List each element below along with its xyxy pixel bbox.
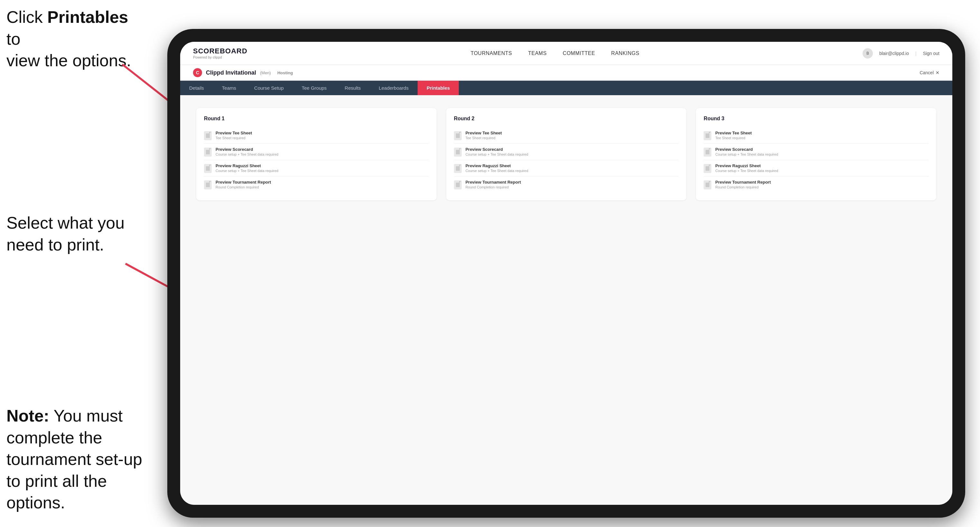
document-icon — [204, 148, 212, 157]
round-3-item-1[interactable]: Preview Tee SheetTee Sheet required — [704, 127, 929, 144]
round-2-item-2[interactable]: Preview ScorecardCourse setup + Tee Shee… — [454, 144, 679, 160]
round-2-item-4-subtitle: Round Completion required — [466, 185, 521, 189]
document-icon — [704, 148, 711, 157]
round-2-item-1[interactable]: Preview Tee SheetTee Sheet required — [454, 127, 679, 144]
user-email: blair@clippd.io — [879, 51, 909, 56]
tournament-badge: (Men) — [260, 70, 271, 75]
tab-details[interactable]: Details — [180, 81, 213, 95]
round-3-title: Round 3 — [704, 116, 929, 122]
brand-subtitle: Powered by clippd — [193, 55, 247, 59]
round-1-item-2-text: Preview ScorecardCourse setup + Tee Shee… — [216, 147, 278, 156]
round-2-item-4-title: Preview Tournament Report — [466, 180, 521, 184]
tournament-bar: C Clippd Invitational (Men) Hosting Canc… — [180, 65, 952, 81]
close-icon: ✕ — [935, 70, 939, 75]
round-1-item-3-text: Preview Raguzzi SheetCourse setup + Tee … — [216, 163, 278, 173]
round-1-item-4-title: Preview Tournament Report — [216, 180, 271, 184]
tab-course-setup[interactable]: Course Setup — [245, 81, 293, 95]
tab-results[interactable]: Results — [336, 81, 370, 95]
separator: | — [915, 51, 916, 56]
rounds-grid: Round 1Preview Tee SheetTee Sheet requir… — [196, 108, 936, 200]
round-3-item-1-text: Preview Tee SheetTee Sheet required — [715, 130, 752, 140]
tab-leaderboards[interactable]: Leaderboards — [370, 81, 418, 95]
user-avatar: B — [862, 48, 873, 59]
document-icon — [704, 131, 711, 140]
round-2-item-2-subtitle: Course setup + Tee Sheet data required — [466, 152, 528, 156]
round-1-item-4[interactable]: Preview Tournament ReportRound Completio… — [204, 176, 429, 193]
sub-navigation: Details Teams Course Setup Tee Groups Re… — [180, 81, 952, 95]
tournament-hosting: Hosting — [277, 70, 293, 75]
round-3-item-1-title: Preview Tee Sheet — [715, 130, 752, 135]
round-1-item-3[interactable]: Preview Raguzzi SheetCourse setup + Tee … — [204, 160, 429, 176]
round-1-item-2-title: Preview Scorecard — [216, 147, 278, 152]
brand-title: SCOREBOARD — [193, 47, 247, 55]
round-2-item-4-text: Preview Tournament ReportRound Completio… — [466, 180, 521, 189]
brand-logo: SCOREBOARD Powered by clippd — [193, 47, 247, 59]
round-1-item-2-subtitle: Course setup + Tee Sheet data required — [216, 152, 278, 156]
round-2-item-3-title: Preview Raguzzi Sheet — [466, 163, 528, 168]
tablet-device: SCOREBOARD Powered by clippd TOURNAMENTS… — [167, 29, 965, 517]
round-2-section: Round 2Preview Tee SheetTee Sheet requir… — [446, 108, 687, 200]
round-3-item-2-text: Preview ScorecardCourse setup + Tee Shee… — [715, 147, 778, 156]
round-1-title: Round 1 — [204, 116, 429, 122]
round-2-item-1-subtitle: Tee Sheet required — [466, 136, 502, 140]
tab-printables[interactable]: Printables — [418, 81, 459, 95]
round-1-item-3-subtitle: Course setup + Tee Sheet data required — [216, 169, 278, 173]
document-icon — [454, 131, 462, 140]
cancel-button[interactable]: Cancel ✕ — [920, 70, 939, 75]
round-3-item-4[interactable]: Preview Tournament ReportRound Completio… — [704, 176, 929, 193]
round-3-item-3[interactable]: Preview Raguzzi SheetCourse setup + Tee … — [704, 160, 929, 176]
round-3-item-4-title: Preview Tournament Report — [715, 180, 770, 184]
nav-teams[interactable]: TEAMS — [528, 51, 547, 56]
round-2-item-3-text: Preview Raguzzi SheetCourse setup + Tee … — [466, 163, 528, 173]
round-3-item-2-title: Preview Scorecard — [715, 147, 778, 152]
round-3-item-1-subtitle: Tee Sheet required — [715, 136, 752, 140]
nav-rankings[interactable]: RANKINGS — [611, 51, 640, 56]
round-1-item-1-subtitle: Tee Sheet required — [216, 136, 252, 140]
document-icon — [704, 180, 711, 189]
round-2-item-4[interactable]: Preview Tournament ReportRound Completio… — [454, 176, 679, 193]
round-2-title: Round 2 — [454, 116, 679, 122]
tournament-title: Clippd Invitational — [206, 70, 256, 76]
tab-tee-groups[interactable]: Tee Groups — [293, 81, 336, 95]
document-icon — [204, 131, 212, 140]
main-navigation: TOURNAMENTS TEAMS COMMITTEE RANKINGS — [471, 51, 639, 56]
round-2-item-2-title: Preview Scorecard — [466, 147, 528, 152]
round-3-item-3-title: Preview Raguzzi Sheet — [715, 163, 778, 168]
round-1-item-1[interactable]: Preview Tee SheetTee Sheet required — [204, 127, 429, 144]
document-icon — [204, 164, 212, 173]
tournament-name-section: C Clippd Invitational (Men) Hosting — [193, 68, 293, 77]
document-icon — [704, 164, 711, 173]
top-navigation: SCOREBOARD Powered by clippd TOURNAMENTS… — [180, 42, 952, 65]
tournament-logo: C — [193, 68, 202, 77]
round-3-item-4-text: Preview Tournament ReportRound Completio… — [715, 180, 770, 189]
round-1-item-4-subtitle: Round Completion required — [216, 185, 271, 189]
round-2-item-3[interactable]: Preview Raguzzi SheetCourse setup + Tee … — [454, 160, 679, 176]
round-1-section: Round 1Preview Tee SheetTee Sheet requir… — [196, 108, 437, 200]
round-2-item-3-subtitle: Course setup + Tee Sheet data required — [466, 169, 528, 173]
nav-committee[interactable]: COMMITTEE — [563, 51, 595, 56]
nav-tournaments[interactable]: TOURNAMENTS — [471, 51, 512, 56]
document-icon — [454, 164, 462, 173]
document-icon — [204, 180, 212, 189]
tab-teams[interactable]: Teams — [213, 81, 245, 95]
document-icon — [454, 148, 462, 157]
round-2-item-1-text: Preview Tee SheetTee Sheet required — [466, 130, 502, 140]
round-1-item-1-text: Preview Tee SheetTee Sheet required — [216, 130, 252, 140]
main-content: Round 1Preview Tee SheetTee Sheet requir… — [180, 95, 952, 505]
round-2-item-1-title: Preview Tee Sheet — [466, 130, 502, 135]
round-3-item-3-subtitle: Course setup + Tee Sheet data required — [715, 169, 778, 173]
round-1-item-4-text: Preview Tournament ReportRound Completio… — [216, 180, 271, 189]
document-icon — [454, 180, 462, 189]
round-3-item-2[interactable]: Preview ScorecardCourse setup + Tee Shee… — [704, 144, 929, 160]
round-3-item-4-subtitle: Round Completion required — [715, 185, 770, 189]
round-3-item-3-text: Preview Raguzzi SheetCourse setup + Tee … — [715, 163, 778, 173]
sign-out-link[interactable]: Sign out — [923, 51, 939, 56]
round-1-item-2[interactable]: Preview ScorecardCourse setup + Tee Shee… — [204, 144, 429, 160]
round-1-item-3-title: Preview Raguzzi Sheet — [216, 163, 278, 168]
round-3-section: Round 3Preview Tee SheetTee Sheet requir… — [696, 108, 936, 200]
round-3-item-2-subtitle: Course setup + Tee Sheet data required — [715, 152, 778, 156]
top-nav-right: B blair@clippd.io | Sign out — [862, 48, 939, 59]
round-1-item-1-title: Preview Tee Sheet — [216, 130, 252, 135]
annotation-bottom: Note: You must complete the tournament s… — [6, 405, 148, 514]
tablet-screen: SCOREBOARD Powered by clippd TOURNAMENTS… — [180, 42, 952, 505]
